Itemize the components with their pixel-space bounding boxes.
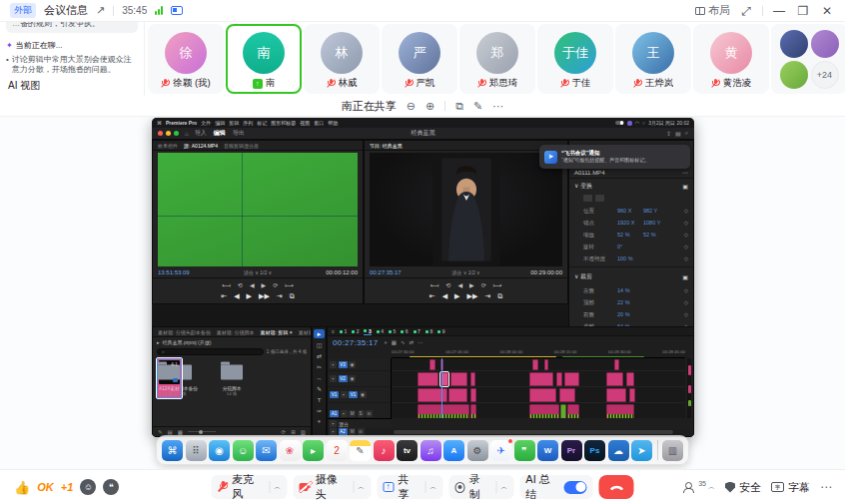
transport-icon[interactable]: ⟼ — [493, 281, 502, 288]
source-patch-a1[interactable]: A1 — [330, 410, 339, 417]
apple-menu-icon[interactable]: ⌘ — [157, 120, 162, 126]
source-patch-v1[interactable]: V1 — [330, 391, 339, 398]
transport-icon[interactable]: ⇥ — [277, 292, 283, 300]
tab-program[interactable]: 节目: 经典蓝黑 — [370, 143, 403, 149]
tab-effect-controls[interactable]: 效果控件 — [158, 143, 178, 149]
maximize-button[interactable]: ❐ — [795, 4, 811, 18]
timeline-clip[interactable] — [418, 388, 446, 402]
quick-export-icon[interactable]: ⇪ — [666, 130, 671, 137]
property-value[interactable]: 52 % — [643, 232, 669, 238]
timeline-clip[interactable] — [450, 372, 468, 386]
panel-menu-icon[interactable]: ⋯ — [682, 169, 688, 176]
lock-icon[interactable]: ▪ — [330, 420, 337, 427]
mic-icon[interactable]: ⊙ — [366, 410, 373, 417]
playhead[interactable] — [441, 358, 442, 418]
timeline-lane[interactable] — [392, 358, 685, 418]
dock-app-icon[interactable]: ♪ — [374, 440, 395, 461]
mute-button[interactable]: M — [349, 428, 356, 435]
transport-icon[interactable]: ◀ — [457, 281, 462, 288]
keyframe-icon[interactable]: ◇ — [684, 311, 688, 317]
more-options-button[interactable]: ⋯ — [820, 480, 833, 494]
search-icon[interactable]: ○ — [642, 120, 645, 126]
dock-app-icon[interactable]: 2 — [327, 440, 348, 461]
mic-icon[interactable]: ⊙ — [358, 428, 365, 435]
timeline-clip[interactable] — [544, 359, 548, 370]
dock-app-icon[interactable]: tv — [397, 440, 418, 461]
timeline-clip[interactable] — [606, 372, 624, 386]
sequence-tab[interactable]: 4 — [377, 328, 384, 334]
transport-icon[interactable]: ◀ — [250, 281, 255, 288]
bin-tab[interactable]: 素材箱: 分镜头剧本备份 — [158, 329, 211, 335]
timeline-tool-icon[interactable]: ⋯ — [418, 339, 423, 346]
transport-icon[interactable]: ◀ — [442, 292, 447, 300]
timeline-tool-icon[interactable]: ⌖ — [385, 339, 388, 346]
meeting-notification-popup[interactable]: ➤ “飞书会议”通知 “通知”可能包括提醒、声音和图标标记。 — [539, 145, 690, 169]
effect-property-row[interactable]: 缩放 52 % 52 % ◇ — [569, 229, 693, 241]
tool-button[interactable]: ✂ — [314, 362, 325, 371]
timeline-clip[interactable] — [606, 404, 634, 418]
timeline-tool-icon[interactable]: ⇄ — [409, 339, 414, 346]
transport-icon[interactable]: ⟳ — [273, 281, 278, 288]
dock-app-icon[interactable]: A — [443, 440, 464, 461]
menu-item[interactable]: 视图 — [300, 120, 310, 126]
program-viewport[interactable] — [370, 153, 562, 266]
share-link-icon[interactable]: ↗ — [96, 4, 105, 17]
source-viewport[interactable] — [158, 153, 358, 266]
new-bin-icon[interactable]: ⊞ — [291, 429, 296, 435]
participants-button[interactable]: 35︿ — [684, 482, 715, 492]
transport-icon[interactable]: ⧉ — [290, 292, 295, 300]
timeline-clip[interactable] — [470, 388, 476, 402]
view-switch-icon[interactable] — [171, 6, 183, 15]
wifi-icon[interactable]: ◠ — [635, 120, 639, 126]
dock-app-icon[interactable]: ☁ — [608, 440, 629, 461]
share-button[interactable]: 共享︿ — [377, 475, 442, 499]
dock-app-icon[interactable]: ❀ — [280, 440, 301, 461]
chat-button[interactable]: ❝ — [103, 479, 119, 495]
meeting-info-button[interactable]: 会议信息 — [44, 3, 88, 18]
tab-source[interactable]: 源: A0124.MP4 — [184, 143, 218, 149]
transport-icon[interactable]: ⇥ — [484, 292, 490, 300]
keyframe-icon[interactable]: ◇ — [684, 244, 688, 250]
dock-app-icon[interactable]: ⚙ — [467, 440, 488, 461]
track-visibility-icon[interactable]: ◉ — [349, 361, 356, 368]
automate-icon[interactable]: ⟳ — [282, 429, 287, 435]
participants-chevron[interactable]: ︿ — [708, 482, 715, 492]
track-target-v2[interactable]: V2 — [339, 375, 348, 382]
project-search-input[interactable]: ⌕ — [157, 348, 264, 355]
plus-one-reaction[interactable]: +1 — [61, 481, 74, 493]
menu-item[interactable]: 图形和标题 — [271, 120, 296, 126]
timeline-clip[interactable] — [529, 388, 555, 402]
more-participants-tile[interactable]: +24 — [771, 24, 845, 94]
property-value[interactable]: 22 % — [617, 299, 643, 305]
solo-button[interactable]: S — [358, 410, 365, 417]
pop-out-icon[interactable]: ⧉ — [455, 100, 463, 113]
tab-export[interactable]: 导出 — [233, 129, 245, 138]
camera-options-chevron[interactable]: ︿ — [358, 482, 365, 492]
record-options-chevron[interactable]: ︿ — [500, 482, 507, 492]
mute-button[interactable]: M — [349, 410, 356, 417]
timeline-tool-icon[interactable]: ▦ — [392, 339, 397, 346]
property-value[interactable]: 14 % — [617, 287, 643, 293]
timeline-clip[interactable] — [470, 372, 474, 386]
trash-dock-icon[interactable]: ▥ — [662, 440, 683, 461]
property-value[interactable]: 52 % — [617, 232, 643, 238]
captions-button[interactable]: 字字幕 — [771, 480, 810, 495]
thumbs-up-reaction[interactable]: 👍 — [14, 480, 30, 495]
transport-icon[interactable]: ▶ — [454, 292, 459, 300]
bin-tab[interactable]: 素材箱: 分镜脚本 — [217, 329, 255, 335]
app-name[interactable]: Premiere Pro — [166, 120, 197, 126]
timeline-clip[interactable] — [448, 388, 467, 402]
dock-app-icon[interactable]: ✉ — [256, 440, 277, 461]
dock-app-icon[interactable]: ⠿ — [186, 440, 207, 461]
record-button[interactable]: 录制︿ — [448, 475, 513, 499]
sequence-tab[interactable]: 1 — [340, 328, 347, 334]
project-item[interactable]: 4-1 A124素材 1:14:34:22 — [157, 358, 182, 398]
transport-icon[interactable]: ⇤ — [221, 292, 227, 300]
zoom-in-icon[interactable]: ⊕ — [425, 100, 434, 113]
resolution-dropdown[interactable]: 1/2 ∨ — [468, 269, 480, 275]
control-center-toggle-icon[interactable] — [615, 121, 624, 126]
security-button[interactable]: 安全 — [725, 480, 761, 495]
effect-property-row[interactable]: 旋转 0° ◇ — [569, 241, 693, 252]
trash-icon[interactable]: ▥ — [301, 429, 306, 435]
program-timecode[interactable]: 00:27:35:17 — [370, 269, 402, 275]
